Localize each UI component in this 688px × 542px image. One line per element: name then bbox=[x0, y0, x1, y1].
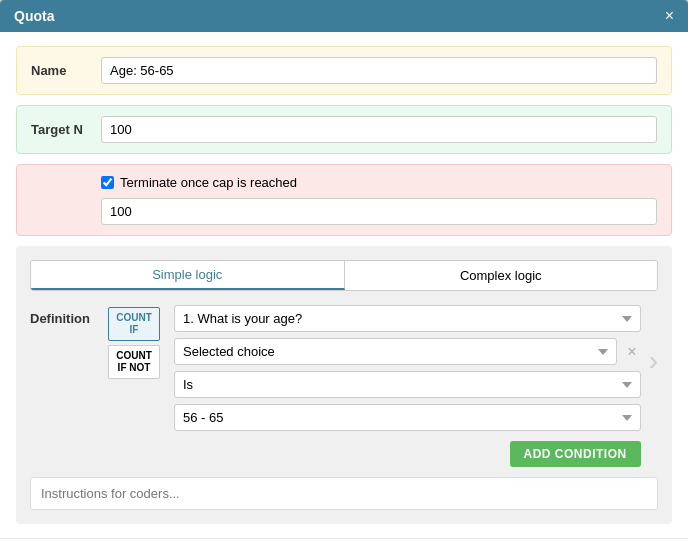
modal-title: Quota bbox=[14, 8, 54, 24]
value-select[interactable]: 56 - 65 bbox=[174, 404, 641, 431]
target-row: Target N bbox=[16, 105, 672, 154]
instructions-input[interactable] bbox=[30, 477, 658, 510]
condition-row-3: Is bbox=[174, 371, 641, 398]
tab-simple-logic[interactable]: Simple logic bbox=[31, 261, 345, 290]
condition-row-4: 56 - 65 bbox=[174, 404, 641, 431]
terminate-label: Terminate once cap is reached bbox=[120, 175, 297, 190]
maxn-input-row bbox=[31, 198, 657, 225]
condition-row-1: 1. What is your age? bbox=[174, 305, 641, 332]
maxn-input[interactable] bbox=[101, 198, 657, 225]
modal-footer: Delete ← DONE bbox=[0, 538, 688, 542]
definition-label: Definition bbox=[30, 305, 100, 326]
quota-modal: Quota × Name Target N Terminate once cap… bbox=[0, 0, 688, 542]
count-if-button[interactable]: COUNTIF bbox=[108, 307, 160, 341]
name-row: Name bbox=[16, 46, 672, 95]
close-button[interactable]: × bbox=[665, 8, 674, 24]
add-condition-button[interactable]: ADD CONDITION bbox=[510, 441, 641, 467]
definition-section: Simple logic Complex logic Definition CO… bbox=[16, 246, 672, 524]
add-condition-row: ADD CONDITION bbox=[174, 441, 641, 467]
operator-select[interactable]: Is bbox=[174, 371, 641, 398]
target-label: Target N bbox=[31, 122, 101, 137]
modal-body: Name Target N Terminate once cap is reac… bbox=[0, 32, 688, 538]
count-buttons: COUNTIF COUNTIF NOT bbox=[108, 307, 160, 379]
maxn-row: Terminate once cap is reached bbox=[16, 164, 672, 236]
terminate-checkbox[interactable] bbox=[101, 176, 114, 189]
maxn-checkbox-row: Terminate once cap is reached bbox=[101, 175, 297, 190]
name-label: Name bbox=[31, 63, 101, 78]
logic-tabs: Simple logic Complex logic bbox=[30, 260, 658, 291]
count-if-not-button[interactable]: COUNTIF NOT bbox=[108, 345, 160, 379]
tab-complex-logic[interactable]: Complex logic bbox=[345, 261, 658, 290]
question-select[interactable]: 1. What is your age? bbox=[174, 305, 641, 332]
target-input[interactable] bbox=[101, 116, 657, 143]
modal-header: Quota × bbox=[0, 0, 688, 32]
choice-type-select[interactable]: Selected choice bbox=[174, 338, 617, 365]
conditions-column: 1. What is your age? Selected choice × I… bbox=[174, 305, 641, 467]
name-input[interactable] bbox=[101, 57, 657, 84]
scroll-right-button[interactable]: › bbox=[649, 305, 658, 377]
condition-row-2: Selected choice × bbox=[174, 338, 641, 365]
remove-condition-button[interactable]: × bbox=[623, 344, 640, 360]
definition-body: Definition COUNTIF COUNTIF NOT 1. What i… bbox=[30, 305, 658, 467]
